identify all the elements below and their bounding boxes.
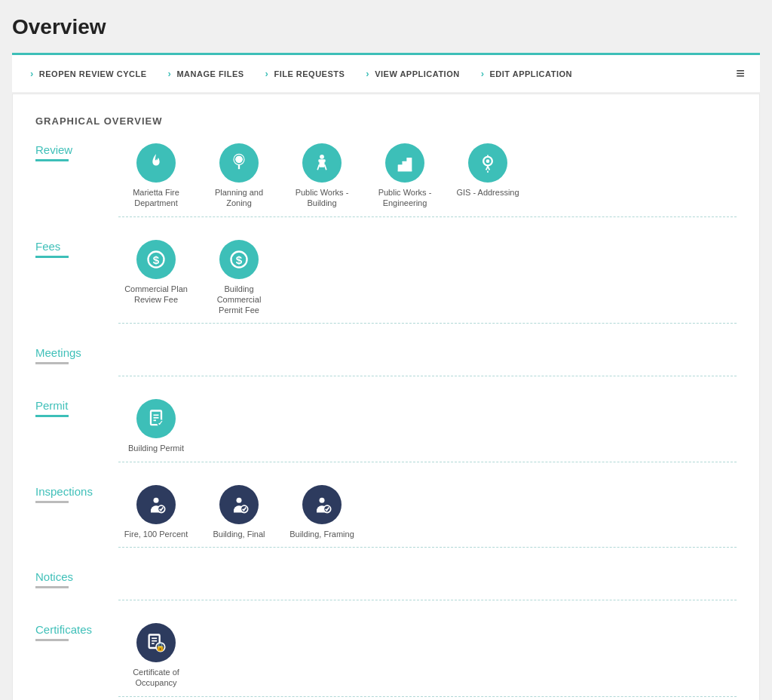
icon-label: Fire, 100 Percent bbox=[124, 529, 188, 539]
icon-circle-certificate: 🔒 bbox=[136, 623, 176, 662]
hamburger-menu-icon[interactable]: ≡ bbox=[728, 65, 752, 82]
icon-item-public-works--[interactable]: Public Works - Engineering bbox=[367, 143, 443, 209]
icon-item-commercial-plan[interactable]: $Commercial Plan Review Fee bbox=[118, 240, 194, 305]
row-underline-permit bbox=[35, 415, 69, 417]
svg-rect-10 bbox=[406, 158, 412, 171]
nav-chevron-icon: › bbox=[481, 68, 485, 79]
icon-circle-permit: ✓ bbox=[136, 399, 176, 438]
page-wrapper: Overview ›REOPEN REVIEW CYCLE›MANAGE FIL… bbox=[0, 0, 772, 700]
row-label-col-meetings: Meetings bbox=[35, 346, 118, 364]
row-label-col-inspections: Inspections bbox=[35, 485, 118, 503]
overview-rows: ReviewMarietta Fire DepartmentPlanning a… bbox=[35, 143, 737, 697]
row-underline-certificates bbox=[35, 639, 69, 641]
row-meetings: Meetings bbox=[35, 346, 737, 376]
icon-item-building-permit[interactable]: ✓Building Permit bbox=[118, 399, 194, 453]
icon-item-building,-framing[interactable]: Building, Framing bbox=[284, 485, 360, 539]
icon-item-building,-final[interactable]: Building, Final bbox=[201, 485, 277, 539]
row-underline-fees bbox=[35, 256, 69, 258]
icon-label: GIS - Addressing bbox=[456, 187, 519, 198]
row-label-inspections: Inspections bbox=[35, 485, 118, 498]
icon-label: Building, Framing bbox=[290, 529, 354, 539]
icon-circle-worker bbox=[302, 143, 342, 183]
row-underline-notices bbox=[35, 586, 69, 588]
row-inspections: InspectionsFire, 100 PercentBuilding, Fi… bbox=[35, 485, 737, 548]
icon-label: Building Commercial Permit Fee bbox=[217, 284, 262, 316]
nav-item-view-application[interactable]: ›VIEW APPLICATION bbox=[355, 55, 470, 92]
nav-chevron-icon: › bbox=[168, 68, 172, 79]
icon-circle-dollar: $ bbox=[136, 240, 176, 279]
svg-rect-7 bbox=[318, 159, 325, 162]
icon-item-marietta-fire[interactable]: Marietta Fire Department bbox=[118, 143, 194, 209]
row-underline-inspections bbox=[35, 501, 69, 503]
svg-text:$: $ bbox=[153, 253, 160, 266]
svg-rect-4 bbox=[320, 161, 325, 167]
row-content-meetings bbox=[118, 346, 737, 376]
nav-item-manage-files[interactable]: ›MANAGE FILES bbox=[158, 55, 255, 92]
row-label-col-permit: Permit bbox=[35, 399, 118, 417]
icon-label: Building Permit bbox=[128, 443, 184, 453]
nav-item-edit-application[interactable]: ›EDIT APPLICATION bbox=[470, 55, 583, 92]
row-underline-review bbox=[35, 159, 69, 161]
icon-label: Public Works - Building bbox=[296, 187, 349, 209]
icon-circle-inspect bbox=[219, 485, 259, 524]
row-content-permit: ✓Building Permit bbox=[118, 399, 737, 462]
icon-item-fire,-100-percent[interactable]: Fire, 100 Percent bbox=[118, 485, 194, 539]
nav-bar: ›REOPEN REVIEW CYCLE›MANAGE FILES›FILE R… bbox=[12, 53, 760, 92]
icon-circle-gis bbox=[468, 143, 507, 183]
row-label-review: Review bbox=[35, 143, 118, 156]
nav-chevron-icon: › bbox=[30, 68, 34, 79]
row-content-review: Marietta Fire DepartmentPlanning and Zon… bbox=[118, 143, 737, 217]
row-label-fees: Fees bbox=[35, 240, 118, 253]
icon-label: Marietta Fire Department bbox=[133, 187, 179, 209]
icon-item-building[interactable]: $Building Commercial Permit Fee bbox=[201, 240, 277, 316]
row-permit: Permit✓Building Permit bbox=[35, 399, 737, 462]
row-label-col-fees: Fees bbox=[35, 240, 118, 258]
nav-chevron-icon: › bbox=[366, 68, 369, 79]
row-label-certificates: Certificates bbox=[35, 623, 118, 636]
icon-circle-tree bbox=[219, 143, 259, 183]
row-label-col-review: Review bbox=[35, 143, 118, 161]
svg-rect-1 bbox=[238, 164, 240, 169]
icon-circle-fire bbox=[136, 143, 176, 183]
row-content-fees: $Commercial Plan Review Fee$Building Com… bbox=[118, 240, 737, 324]
svg-point-27 bbox=[154, 497, 159, 502]
row-label-meetings: Meetings bbox=[35, 346, 118, 359]
svg-text:✓: ✓ bbox=[158, 420, 164, 428]
icon-item-certificate-of[interactable]: 🔒Certificate of Occupancy bbox=[118, 623, 194, 689]
row-review: ReviewMarietta Fire DepartmentPlanning a… bbox=[35, 143, 737, 217]
icon-label: Public Works - Engineering bbox=[378, 187, 432, 209]
icon-label: Building, Final bbox=[213, 529, 265, 539]
row-certificates: Certificates🔒Certificate of Occupancy bbox=[35, 623, 737, 697]
row-notices: Notices bbox=[35, 570, 737, 600]
icon-item-public-works--[interactable]: Public Works - Building bbox=[284, 143, 360, 209]
svg-text:🔒: 🔒 bbox=[155, 642, 166, 652]
row-content-notices bbox=[118, 570, 737, 600]
svg-text:$: $ bbox=[236, 253, 243, 266]
content-panel: GRAPHICAL OVERVIEW ReviewMarietta Fire D… bbox=[12, 94, 760, 700]
row-label-permit: Permit bbox=[35, 399, 118, 412]
nav-item-reopen-review-cycle[interactable]: ›REOPEN REVIEW CYCLE bbox=[20, 55, 158, 92]
svg-point-31 bbox=[320, 497, 325, 502]
nav-chevron-icon: › bbox=[265, 68, 269, 79]
row-underline-meetings bbox=[35, 362, 69, 364]
icon-circle-inspect bbox=[302, 485, 342, 524]
page-title: Overview bbox=[12, 15, 760, 39]
icon-label: Planning and Zoning bbox=[215, 187, 263, 209]
row-fees: Fees$Commercial Plan Review Fee$Building… bbox=[35, 240, 737, 324]
icon-item-planning-and[interactable]: Planning and Zoning bbox=[201, 143, 277, 209]
svg-point-29 bbox=[237, 497, 242, 502]
icon-label: Commercial Plan Review Fee bbox=[124, 284, 188, 305]
icon-item-gis---addressing[interactable]: GIS - Addressing bbox=[450, 143, 525, 198]
row-label-col-certificates: Certificates bbox=[35, 623, 118, 641]
svg-line-5 bbox=[317, 164, 319, 170]
nav-item-file-requests[interactable]: ›FILE REQUESTS bbox=[255, 55, 356, 92]
row-content-inspections: Fire, 100 PercentBuilding, FinalBuilding… bbox=[118, 485, 737, 548]
row-label-notices: Notices bbox=[35, 570, 118, 583]
section-title: GRAPHICAL OVERVIEW bbox=[35, 115, 737, 127]
icon-circle-engineering bbox=[385, 143, 424, 183]
icon-circle-dollar: $ bbox=[219, 240, 259, 279]
row-label-col-notices: Notices bbox=[35, 570, 118, 588]
svg-point-13 bbox=[486, 159, 490, 163]
svg-line-6 bbox=[325, 164, 326, 170]
icon-label: Certificate of Occupancy bbox=[133, 667, 179, 689]
